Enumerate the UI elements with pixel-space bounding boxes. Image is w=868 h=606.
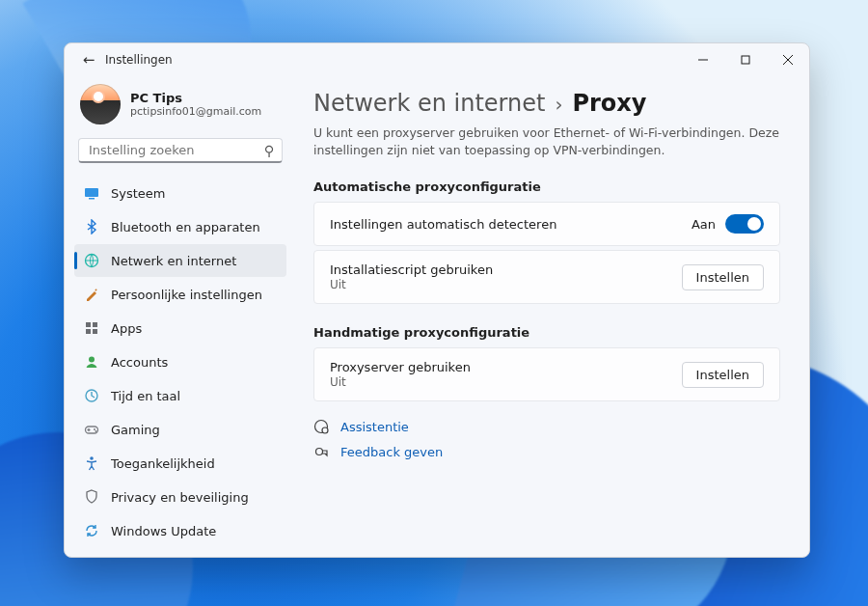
sidebar-item-accounts[interactable]: Accounts xyxy=(74,345,286,378)
svg-point-14 xyxy=(94,428,95,430)
sidebar-item-network[interactable]: Netwerk en internet xyxy=(74,244,286,277)
main-content: Netwerk en internet › Proxy U kunt een p… xyxy=(296,76,809,557)
svg-point-18 xyxy=(322,427,328,433)
sidebar-item-label: Accounts xyxy=(111,355,168,370)
titlebar: ← Instellingen xyxy=(65,43,809,76)
minimize-button[interactable] xyxy=(682,43,724,76)
sidebar-item-bluetooth[interactable]: Bluetooth en apparaten xyxy=(74,210,286,243)
link-feedback-label: Feedback geven xyxy=(340,445,443,459)
sidebar-item-gaming[interactable]: Gaming xyxy=(74,413,286,446)
profile-name: PC Tips xyxy=(130,91,261,105)
window-title: Instellingen xyxy=(105,53,173,67)
apps-icon xyxy=(84,320,99,336)
sidebar-item-label: Tijd en taal xyxy=(111,389,180,403)
maximize-button[interactable] xyxy=(724,43,767,76)
proxy-server-button[interactable]: Instellen xyxy=(682,362,764,388)
settings-window: ← Instellingen PC Tips pctipsinfo01@gmai… xyxy=(64,42,810,558)
system-icon xyxy=(84,185,99,201)
sidebar-item-privacy[interactable]: Privacy en beveiliging xyxy=(74,481,286,513)
sidebar-item-accessibility[interactable]: Toegankelijkheid xyxy=(74,447,286,480)
help-links: Assistentie Feedback geven xyxy=(313,419,780,459)
auto-detect-state: Aan xyxy=(692,217,716,232)
search-input[interactable] xyxy=(89,143,264,157)
sidebar-item-label: Systeem xyxy=(111,186,165,201)
proxy-server-label: Proxyserver gebruiken xyxy=(330,360,471,374)
link-assist[interactable]: Assistentie xyxy=(313,419,780,434)
section-header-auto: Automatische proxyconfiguratie xyxy=(313,179,780,194)
svg-rect-1 xyxy=(742,56,749,64)
sidebar-item-label: Toegankelijkheid xyxy=(111,456,215,471)
help-icon xyxy=(313,419,329,434)
sidebar-item-apps[interactable]: Apps xyxy=(74,312,286,344)
svg-rect-4 xyxy=(85,188,98,197)
privacy-icon xyxy=(84,489,99,505)
proxy-server-state: Uit xyxy=(330,375,471,389)
auto-detect-toggle[interactable] xyxy=(725,214,764,234)
breadcrumb-parent[interactable]: Netwerk en internet xyxy=(313,90,545,117)
card-setup-script: Installatiescript gebruiken Uit Instelle… xyxy=(313,250,780,304)
svg-rect-7 xyxy=(86,322,91,327)
svg-point-19 xyxy=(316,449,323,455)
sidebar-item-label: Persoonlijke instellingen xyxy=(111,288,262,302)
profile-block[interactable]: PC Tips pctipsinfo01@gmail.com xyxy=(74,80,286,136)
svg-rect-10 xyxy=(93,329,97,334)
sidebar-item-personalize[interactable]: Persoonlijke instellingen xyxy=(74,278,286,311)
breadcrumb-current: Proxy xyxy=(572,90,646,117)
update-icon xyxy=(84,523,99,538)
accounts-icon xyxy=(84,354,99,370)
personalize-icon xyxy=(84,287,99,302)
card-proxy-server: Proxyserver gebruiken Uit Instellen xyxy=(313,347,780,401)
svg-rect-9 xyxy=(86,329,91,334)
avatar xyxy=(80,84,121,124)
svg-rect-8 xyxy=(93,322,97,327)
sidebar-item-label: Gaming xyxy=(111,423,160,437)
sidebar-item-time[interactable]: Tijd en taal xyxy=(74,379,286,412)
gaming-icon xyxy=(84,422,99,437)
profile-email: pctipsinfo01@gmail.com xyxy=(130,105,261,118)
sidebar: PC Tips pctipsinfo01@gmail.com ⚲ Systeem… xyxy=(65,76,296,557)
toggle-knob xyxy=(747,217,761,231)
search-icon: ⚲ xyxy=(264,143,274,158)
feedback-icon xyxy=(313,444,329,459)
auto-detect-label: Instellingen automatisch detecteren xyxy=(330,217,556,232)
chevron-right-icon: › xyxy=(555,93,562,116)
window-controls xyxy=(682,43,809,76)
card-auto-detect: Instellingen automatisch detecteren Aan xyxy=(313,202,780,246)
network-icon xyxy=(84,253,99,268)
setup-script-label: Installatiescript gebruiken xyxy=(330,262,493,277)
svg-rect-5 xyxy=(89,198,95,200)
svg-point-11 xyxy=(89,357,95,363)
setup-script-state: Uit xyxy=(330,278,493,291)
link-feedback[interactable]: Feedback geven xyxy=(313,444,780,459)
sidebar-item-update[interactable]: Windows Update xyxy=(74,514,286,547)
sidebar-item-label: Windows Update xyxy=(111,524,216,538)
link-assist-label: Assistentie xyxy=(340,420,409,434)
sidebar-item-label: Bluetooth en apparaten xyxy=(111,220,260,234)
back-button[interactable]: ← xyxy=(78,51,99,69)
setup-script-button[interactable]: Instellen xyxy=(682,264,764,290)
time-icon xyxy=(84,388,99,403)
section-header-manual: Handmatige proxyconfiguratie xyxy=(313,325,780,340)
bluetooth-icon xyxy=(84,219,99,234)
svg-point-15 xyxy=(95,430,97,432)
page-description: U kunt een proxyserver gebruiken voor Et… xyxy=(313,124,780,158)
sidebar-nav: SysteemBluetooth en apparatenNetwerk en … xyxy=(74,177,286,547)
svg-point-16 xyxy=(90,456,94,460)
sidebar-item-label: Apps xyxy=(111,321,142,336)
search-box[interactable]: ⚲ xyxy=(78,138,283,163)
sidebar-item-label: Privacy en beveiliging xyxy=(111,490,249,505)
sidebar-item-label: Netwerk en internet xyxy=(111,254,236,268)
close-button[interactable] xyxy=(767,43,809,76)
sidebar-item-system[interactable]: Systeem xyxy=(74,177,286,209)
breadcrumb: Netwerk en internet › Proxy xyxy=(313,90,780,117)
accessibility-icon xyxy=(84,455,99,471)
